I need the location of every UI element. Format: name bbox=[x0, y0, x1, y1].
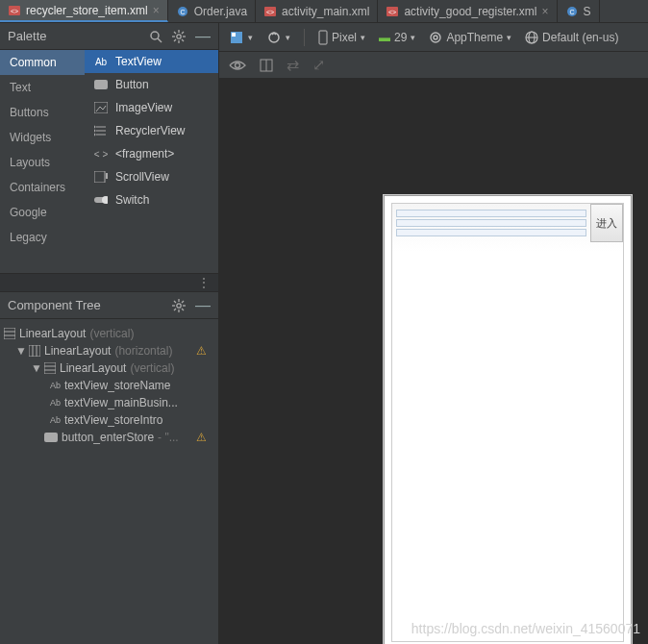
watermark-text: https://blog.csdn.net/weixin_41560071 bbox=[411, 621, 640, 636]
item-label: Switch bbox=[115, 193, 149, 207]
svg-text:C: C bbox=[180, 9, 185, 15]
recyclerview-icon bbox=[94, 124, 108, 137]
preview-textviews bbox=[392, 204, 590, 242]
switch-icon bbox=[94, 193, 108, 207]
expand-arrow-icon[interactable]: ▼ bbox=[31, 361, 40, 375]
node-suffix: - "... bbox=[158, 431, 179, 444]
expand-arrow-icon[interactable]: ▼ bbox=[15, 344, 25, 358]
expand-icon[interactable]: ⤢ bbox=[312, 56, 325, 74]
palette-item-button[interactable]: Button bbox=[85, 73, 218, 96]
theme-selector[interactable]: AppTheme▾ bbox=[429, 31, 511, 44]
collapse-icon[interactable]: — bbox=[195, 28, 211, 45]
node-name: textView_mainBusin... bbox=[64, 396, 178, 409]
palette-item-imageview[interactable]: ImageView bbox=[85, 96, 218, 119]
svg-point-54 bbox=[269, 33, 279, 42]
layout-bounds-icon[interactable] bbox=[260, 59, 273, 72]
scrollview-icon bbox=[94, 170, 108, 184]
node-suffix: (vertical) bbox=[130, 361, 174, 375]
palette-cat-google[interactable]: Google bbox=[0, 200, 85, 225]
node-suffix: (vertical) bbox=[89, 327, 134, 340]
svg-point-27 bbox=[94, 130, 95, 132]
tab-label: recycler_store_item.xml bbox=[26, 4, 148, 17]
tree-node[interactable]: ▼ LinearLayout(vertical) bbox=[4, 359, 214, 377]
palette-item-scrollview[interactable]: ScrollView bbox=[85, 165, 218, 188]
warning-icon[interactable]: ⚠ bbox=[196, 344, 207, 358]
tab-activity-good-register[interactable]: <> activity_good_register.xml × bbox=[378, 0, 557, 22]
locale-selector[interactable]: Default (en-us) bbox=[525, 31, 618, 44]
svg-rect-48 bbox=[44, 362, 56, 374]
tree-node[interactable]: LinearLayout(vertical) bbox=[4, 325, 214, 342]
tab-label: S bbox=[584, 5, 591, 18]
svg-text:C: C bbox=[569, 9, 574, 15]
close-icon[interactable]: × bbox=[542, 5, 549, 18]
separator bbox=[304, 29, 305, 46]
eye-icon[interactable] bbox=[229, 60, 246, 71]
warning-icon[interactable]: ⚠ bbox=[196, 431, 207, 444]
tree-node[interactable]: Ab textView_storeName bbox=[4, 377, 214, 394]
palette-item-switch[interactable]: Switch bbox=[85, 188, 218, 211]
node-name: textView_storeName bbox=[64, 379, 171, 392]
design-mode-button[interactable]: ▾ bbox=[229, 30, 253, 45]
tab-recycler-store-item[interactable]: <> recycler_store_item.xml × bbox=[0, 0, 168, 22]
preview-row: 进入 bbox=[392, 204, 623, 242]
node-name: LinearLayout bbox=[19, 327, 86, 340]
node-suffix: (horizontal) bbox=[114, 344, 172, 358]
textview-icon: Ab bbox=[50, 415, 61, 425]
preview-storename bbox=[396, 210, 586, 217]
palette-cat-common[interactable]: Common bbox=[0, 50, 85, 75]
svg-point-12 bbox=[177, 34, 181, 37]
gear-icon[interactable] bbox=[172, 30, 186, 43]
palette-items: Ab TextView Button ImageView RecyclerVie… bbox=[85, 50, 218, 273]
close-icon[interactable]: × bbox=[153, 4, 160, 17]
palette-cat-layouts[interactable]: Layouts bbox=[0, 150, 85, 175]
left-panel: Palette — Common Text Buttons Widgets La… bbox=[0, 23, 219, 644]
tree-node[interactable]: ▼ LinearLayout(horizontal) ⚠ bbox=[4, 342, 214, 359]
pan-icon[interactable]: ⇄ bbox=[287, 56, 299, 74]
tab-activity-main[interactable]: <> activity_main.xml bbox=[256, 0, 378, 22]
palette-title: Palette bbox=[8, 29, 46, 43]
preview-mainbusiness bbox=[396, 219, 586, 227]
tab-order-java[interactable]: C Order.java bbox=[168, 0, 256, 22]
fragment-icon: < > bbox=[94, 147, 108, 161]
svg-rect-29 bbox=[94, 171, 105, 183]
collapse-icon[interactable]: — bbox=[195, 297, 211, 314]
svg-rect-45 bbox=[29, 345, 40, 357]
device-label: Pixel bbox=[332, 31, 357, 44]
tree-node[interactable]: Ab textView_storeIntro bbox=[4, 411, 214, 429]
design-toolbar: ▾ ▾ Pixel▾ ▬29▾ AppTheme▾ Default (en-us… bbox=[219, 23, 648, 52]
gear-icon[interactable] bbox=[172, 299, 186, 312]
api-selector[interactable]: ▬29▾ bbox=[379, 31, 415, 44]
palette-cat-legacy[interactable]: Legacy bbox=[0, 225, 85, 250]
palette-cat-widgets[interactable]: Widgets bbox=[0, 125, 85, 150]
svg-point-57 bbox=[434, 36, 437, 39]
xml-file-icon: <> bbox=[263, 5, 277, 18]
svg-line-39 bbox=[182, 309, 184, 310]
tab-overflow[interactable]: C S bbox=[558, 0, 600, 22]
tree-node[interactable]: Ab textView_mainBusin... bbox=[4, 394, 214, 411]
panel-divider[interactable]: ⋮ bbox=[0, 273, 218, 292]
palette-cat-buttons[interactable]: Buttons bbox=[0, 100, 85, 125]
orientation-button[interactable]: ▾ bbox=[266, 30, 290, 45]
svg-point-33 bbox=[177, 303, 181, 307]
device-selector[interactable]: Pixel▾ bbox=[318, 30, 365, 45]
preview-canvas[interactable]: 进入 https://blog.csdn.net/weixin_41560071 bbox=[219, 79, 648, 644]
svg-text:<>: <> bbox=[11, 8, 18, 14]
palette-cat-containers[interactable]: Containers bbox=[0, 175, 85, 200]
editor-tabs: <> recycler_store_item.xml × C Order.jav… bbox=[0, 0, 648, 23]
svg-text:<>: <> bbox=[388, 9, 396, 15]
view-options-toolbar: ⇄ ⤢ bbox=[219, 52, 648, 79]
item-label: <fragment> bbox=[115, 147, 174, 161]
button-icon bbox=[94, 78, 108, 91]
linearlayout-v-icon bbox=[4, 328, 15, 339]
palette-item-fragment[interactable]: < > <fragment> bbox=[85, 142, 218, 165]
search-icon[interactable] bbox=[149, 30, 162, 43]
xml-file-icon: <> bbox=[8, 4, 21, 17]
palette-cat-text[interactable]: Text bbox=[0, 75, 85, 100]
textview-icon: Ab bbox=[94, 55, 108, 68]
svg-line-20 bbox=[174, 39, 176, 41]
svg-rect-21 bbox=[94, 80, 108, 89]
drag-handle-icon[interactable]: ⋮ bbox=[197, 275, 211, 290]
palette-item-textview[interactable]: Ab TextView bbox=[85, 50, 218, 73]
palette-item-recyclerview[interactable]: RecyclerView bbox=[85, 119, 218, 142]
tree-node[interactable]: button_enterStore- "... ⚠ bbox=[4, 429, 214, 446]
